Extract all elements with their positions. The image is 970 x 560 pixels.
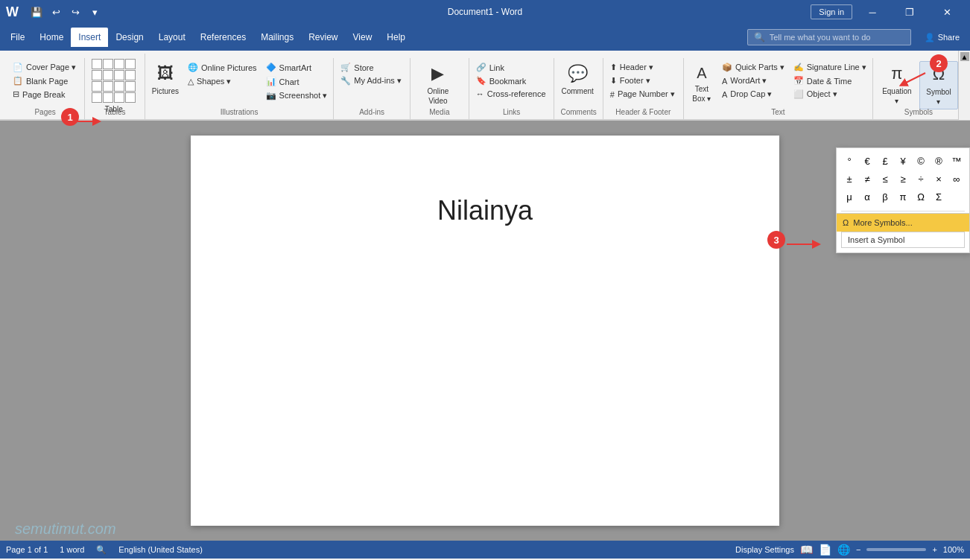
link-icon: 🔗 [476, 63, 486, 72]
ribbon-scrollbar[interactable]: ▲ [958, 51, 970, 120]
symbol-beta[interactable]: β [877, 188, 893, 205]
footer-icon: ⬇ [610, 76, 617, 86]
menu-home[interactable]: Home [32, 28, 71, 47]
proofing-icon: 🔍 [96, 545, 107, 555]
page-break-button[interactable]: ⊟ Page Break [9, 88, 80, 101]
share-button[interactable]: 👤 Share [917, 30, 967, 45]
menu-view[interactable]: View [346, 28, 380, 47]
date-time-button[interactable]: 📅 Date & Time [790, 74, 870, 87]
symbol-degree[interactable]: ° [841, 153, 858, 169]
group-tables: Table Tables [85, 54, 145, 119]
zoom-slider[interactable] [866, 548, 926, 551]
symbol-times[interactable]: × [931, 171, 947, 187]
ribbon: 📄 Cover Page ▾ 📋 Blank Page ⊟ Page Break… [0, 51, 970, 121]
symbol-divide[interactable]: ÷ [913, 171, 929, 187]
online-pictures-button[interactable]: 🌐 Online Pictures [184, 61, 261, 74]
title-bar: W 💾 ↩ ↪ ▾ Document1 - Word Sign in ─ ❐ ✕ [0, 0, 970, 24]
online-pictures-icon: 🌐 [188, 63, 198, 72]
menu-help[interactable]: Help [379, 28, 413, 47]
symbol-pi[interactable]: π [895, 188, 911, 205]
smartart-button[interactable]: 🔷 SmartArt [262, 61, 332, 74]
symbol-omega[interactable]: Ω [913, 188, 929, 205]
symbol-plusminus[interactable]: ± [841, 171, 858, 187]
menu-references[interactable]: References [193, 28, 253, 47]
symbol-pound[interactable]: £ [877, 153, 893, 169]
zoom-out-button[interactable]: − [856, 545, 860, 554]
text-label: Text [684, 108, 872, 116]
minimize-button[interactable]: ─ [855, 0, 890, 24]
object-button[interactable]: ⬜ Object ▾ [790, 88, 870, 101]
my-addins-button[interactable]: 🔧 My Add-ins ▾ [337, 74, 405, 87]
symbols-label: Symbols [873, 108, 964, 116]
menu-insert[interactable]: Insert [71, 28, 108, 47]
symbol-yen[interactable]: ¥ [895, 153, 911, 169]
read-mode-icon[interactable]: 📖 [800, 544, 813, 556]
comment-button[interactable]: 💬 Comment [557, 61, 597, 98]
screenshot-button[interactable]: 📷 Screenshot ▾ [262, 89, 332, 102]
page-number-button[interactable]: # Page Number ▾ [606, 88, 679, 101]
web-layout-icon[interactable]: 🌐 [837, 544, 850, 556]
zoom-in-button[interactable]: + [932, 545, 936, 554]
signature-line-button[interactable]: ✍ Signature Line ▾ [790, 61, 870, 74]
chart-button[interactable]: 📊 Chart [262, 75, 332, 88]
symbol-copyright[interactable]: © [913, 153, 929, 169]
document-area: 1 Nilainya [0, 121, 970, 541]
restore-button[interactable]: ❐ [893, 0, 927, 24]
table-button[interactable]: Table [88, 57, 139, 116]
save-button[interactable]: 💾 [28, 3, 45, 21]
search-box[interactable]: 🔍 [747, 29, 911, 45]
header-footer-label: Header & Footer [603, 108, 683, 116]
word-logo-icon: W [6, 4, 19, 20]
pictures-button[interactable]: 🖼 Pictures [148, 61, 183, 98]
symbol-euro[interactable]: € [859, 153, 875, 169]
link-button[interactable]: 🔗 Link [472, 61, 550, 74]
blank-page-button[interactable]: 📋 Blank Page [9, 74, 80, 87]
more-symbols-button[interactable]: Ω More Symbols... [837, 213, 969, 232]
menu-design[interactable]: Design [108, 28, 150, 47]
cover-page-button[interactable]: 📄 Cover Page ▾ [9, 61, 80, 74]
shapes-button[interactable]: △ Shapes ▾ [184, 75, 261, 88]
quick-parts-icon: 📦 [722, 63, 732, 72]
redo-button[interactable]: ↪ [66, 3, 84, 21]
search-input[interactable] [770, 33, 904, 42]
status-bar: Page 1 of 1 1 word 🔍 English (United Sta… [0, 541, 970, 559]
footer-button[interactable]: ⬇ Footer ▾ [606, 74, 679, 87]
sign-in-button[interactable]: Sign in [811, 4, 852, 19]
symbol-leq[interactable]: ≤ [877, 171, 893, 187]
insert-symbol-tooltip: Insert a Symbol [841, 232, 965, 248]
symbol-registered[interactable]: ® [931, 153, 947, 169]
menu-bar: File Home Insert Design Layout Reference… [0, 24, 970, 51]
bookmark-button[interactable]: 🔖 Bookmark [472, 74, 550, 87]
menu-mailings[interactable]: Mailings [253, 28, 301, 47]
window-controls: Sign in ─ ❐ ✕ [811, 0, 964, 24]
store-button[interactable]: 🛒 Store [337, 61, 405, 74]
quick-parts-button[interactable]: 📦 Quick Parts ▾ [718, 61, 788, 74]
object-icon: ⬜ [793, 89, 804, 99]
symbol-infinity[interactable]: ∞ [948, 171, 965, 187]
undo-button[interactable]: ↩ [47, 3, 65, 21]
header-button[interactable]: ⬆ Header ▾ [606, 61, 679, 74]
menu-review[interactable]: Review [301, 28, 345, 47]
symbol-mu[interactable]: μ [841, 188, 858, 205]
symbol-geq[interactable]: ≥ [895, 171, 911, 187]
symbol-notequal[interactable]: ≠ [859, 171, 875, 187]
drop-cap-icon: A [722, 90, 727, 99]
symbol-sigma[interactable]: Σ [931, 188, 947, 205]
ribbon-scroll-up[interactable]: ▲ [960, 52, 969, 61]
menu-layout[interactable]: Layout [151, 28, 193, 47]
group-addins: 🛒 Store 🔧 My Add-ins ▾ Add-ins [334, 58, 410, 119]
wordart-button[interactable]: A WordArt ▾ [718, 74, 788, 87]
group-links: 🔗 Link 🔖 Bookmark ↔ Cross-reference Link… [469, 58, 555, 119]
print-layout-icon[interactable]: 📄 [819, 544, 831, 556]
close-button[interactable]: ✕ [930, 0, 964, 24]
symbol-alpha[interactable]: α [859, 188, 875, 205]
page-break-icon: ⊟ [13, 89, 19, 99]
text-box-button[interactable]: A Text Box ▾ [687, 61, 717, 106]
quick-access-dropdown[interactable]: ▾ [86, 3, 104, 21]
symbol-trademark[interactable]: ™ [948, 153, 965, 169]
online-video-button[interactable]: ▶ Online Video [413, 61, 463, 108]
display-settings[interactable]: Display Settings [735, 545, 794, 554]
cross-reference-button[interactable]: ↔ Cross-reference [472, 88, 550, 100]
menu-file[interactable]: File [3, 28, 32, 47]
drop-cap-button[interactable]: A Drop Cap ▾ [718, 88, 788, 101]
